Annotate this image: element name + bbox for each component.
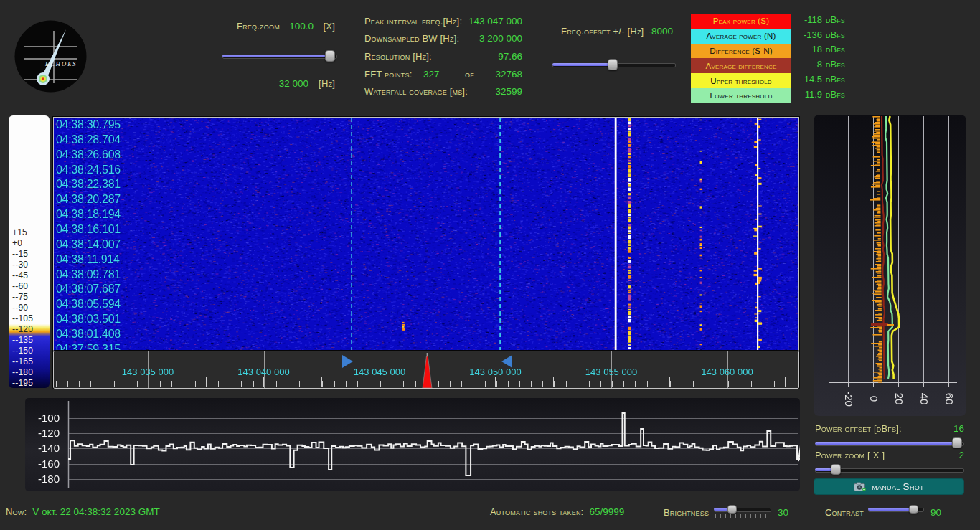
frequency-ruler: 143 035 000143 040 000143 045 000143 050… — [53, 351, 799, 389]
ruler-major-ticks — [90, 377, 798, 387]
stat-downsampled-bw: Downsampled BW [Hz]: 3 200 000 — [364, 30, 522, 48]
waterfall-timestamp: 04:38:14.007 — [56, 238, 121, 250]
interval-left-arrow-button[interactable] — [342, 355, 353, 368]
freq-zoom-slider-fill — [222, 55, 330, 57]
brightness-slider[interactable] — [714, 505, 771, 514]
ruler-frequency-label: 143 060 000 — [701, 366, 753, 377]
power-graph-y-label: -120 — [27, 427, 60, 439]
stat-of-label: of — [465, 69, 474, 80]
spectrum-axis-label: 0 — [868, 396, 880, 402]
contrast-slider-ticks — [870, 514, 923, 518]
legend-button-difference[interactable]: Difference (S-N) — [691, 44, 791, 59]
waterfall-timestamps: 04:38:30.79504:38:28.70404:38:26.60804:3… — [54, 118, 798, 351]
stat-label: Peak interval freq.[Hz]: — [364, 16, 462, 27]
peak-marker — [422, 353, 433, 388]
legend-value-lower-threshold: 11.9dBfs — [792, 87, 845, 102]
stat-value: 143 047 000 — [468, 16, 522, 27]
echoes-logo-graphic: ECHOES — [14, 20, 87, 93]
db-color-scale: +15+0--15--30--45--60--75--90--105--120-… — [9, 115, 50, 388]
power-zoom-slider-handle[interactable] — [831, 464, 841, 475]
power-graph: -100-120-140-160-180 — [25, 398, 800, 491]
power-graph-y-label: -140 — [27, 442, 60, 454]
stats-panel: Peak interval freq.[Hz]: 143 047 000 Dow… — [364, 12, 522, 100]
ruler-frequency-label: 143 055 000 — [585, 366, 637, 377]
freq-zoom-bw-value: 32 000 — [279, 78, 308, 89]
now-value: V окт. 22 04:38:32 2023 GMT — [32, 506, 159, 517]
spectrum-axis-label: 40 — [918, 393, 930, 405]
contrast-slider-handle[interactable] — [909, 505, 918, 514]
db-scale-label: --195 — [12, 379, 33, 388]
echoes-logo: ECHOES — [14, 20, 87, 93]
contrast-slider[interactable] — [868, 505, 924, 514]
db-scale-label: --45 — [12, 271, 28, 280]
db-scale-label: +15 — [12, 228, 27, 237]
db-scale-label: --180 — [12, 368, 33, 377]
ruler-frequency-label: 143 035 000 — [122, 366, 174, 377]
legend-value-average-power: -136dBfs — [792, 27, 845, 42]
power-offset-slider-fill — [815, 442, 957, 445]
ruler-frequency-label: 143 045 000 — [354, 366, 405, 377]
waterfall-timestamp: 04:38:05.594 — [56, 298, 121, 310]
db-scale-label: --60 — [12, 282, 28, 291]
brightness-slider-handle[interactable] — [727, 505, 737, 514]
power-zoom-label: Power zoom [ X ] — [815, 450, 885, 460]
stat-total: 32768 — [495, 69, 522, 80]
legend-button-peak-power[interactable]: Peak power (S) — [691, 14, 791, 29]
stat-resolution: Resolution [Hz]: 97.66 — [364, 47, 522, 65]
manual-shot-label: manual Shot — [872, 481, 924, 492]
power-zoom-value: 2 — [958, 450, 964, 460]
db-scale-label: --105 — [12, 314, 33, 323]
freq-offset-slider-handle[interactable] — [608, 59, 618, 70]
stat-label: Downsampled BW [Hz]: — [364, 33, 459, 44]
power-graph-y-label: -100 — [27, 412, 60, 424]
legend-value-peak-power: -118dBfs — [792, 12, 845, 27]
ruler-frequency-label: 143 040 000 — [237, 366, 289, 377]
freq-offset-label: Freq.offset +/- [Hz] — [561, 26, 644, 37]
power-offset-slider[interactable] — [815, 437, 964, 448]
stat-label: Waterfall coverage [ms]: — [364, 86, 468, 97]
shots-taken-value: 65/9999 — [589, 506, 624, 517]
db-scale-label: --75 — [12, 293, 28, 302]
brightness-label: Brightness — [664, 507, 709, 518]
freq-zoom-label: Freq.zoom — [237, 21, 280, 32]
legend-button-lower-threshold[interactable]: Lower threshold — [691, 88, 791, 103]
brightness-slider-ticks — [715, 514, 770, 518]
db-scale-label: --165 — [12, 357, 33, 366]
stat-waterfall-coverage: Waterfall coverage [ms]: 32599 — [364, 82, 522, 100]
stat-value: 97.66 — [498, 51, 522, 62]
db-scale-label: --135 — [12, 336, 33, 345]
freq-zoom-slider-handle[interactable] — [325, 50, 335, 62]
power-graph-canvas — [25, 398, 800, 491]
legend-button-upper-threshold[interactable]: Upper threshold — [691, 73, 791, 88]
db-scale-label: --30 — [12, 260, 28, 270]
manual-shot-button[interactable]: manual Shot — [814, 478, 964, 495]
legend-button-average-difference[interactable]: Average difference — [691, 58, 791, 73]
power-offset-value: 16 — [953, 423, 964, 434]
waterfall-display: 04:38:30.79504:38:28.70404:38:26.60804:3… — [53, 117, 799, 351]
waterfall-timestamp: 04:38:01.408 — [56, 328, 121, 340]
brightness-value: 30 — [778, 507, 788, 518]
spectrum-side-panel: -200204060 — [814, 115, 966, 416]
waterfall-timestamp: 04:38:11.914 — [56, 253, 120, 265]
legend-button-average-power[interactable]: Average power (N) — [691, 29, 791, 44]
legend-buttons: Peak power (S)Average power (N)Differenc… — [691, 14, 791, 103]
freq-offset-slider[interactable] — [552, 59, 676, 70]
waterfall-timestamp: 04:38:26.608 — [56, 148, 121, 161]
waterfall-timestamp: 04:38:03.501 — [56, 313, 121, 325]
waterfall-timestamp: 04:38:22.381 — [56, 178, 121, 190]
now-label: Now: — [6, 506, 27, 517]
db-scale-label: --90 — [12, 303, 28, 313]
stat-value: 32599 — [495, 86, 522, 97]
spectrum-axis-label: 20 — [893, 393, 905, 405]
shots-taken-label: Automatic shots taken: — [490, 506, 583, 517]
freq-zoom-slider[interactable] — [222, 50, 337, 62]
stat-label: Resolution [Hz]: — [364, 51, 432, 62]
contrast-value: 90 — [930, 507, 941, 518]
contrast-slider-fill — [868, 508, 914, 511]
spectrum-canvas — [814, 115, 966, 416]
power-graph-y-label: -160 — [27, 458, 60, 470]
power-offset-label: Power offset [dBfs]: — [815, 423, 902, 434]
power-graph-y-label: -180 — [27, 473, 60, 485]
power-offset-slider-handle[interactable] — [952, 437, 962, 448]
power-zoom-slider[interactable] — [815, 464, 964, 475]
